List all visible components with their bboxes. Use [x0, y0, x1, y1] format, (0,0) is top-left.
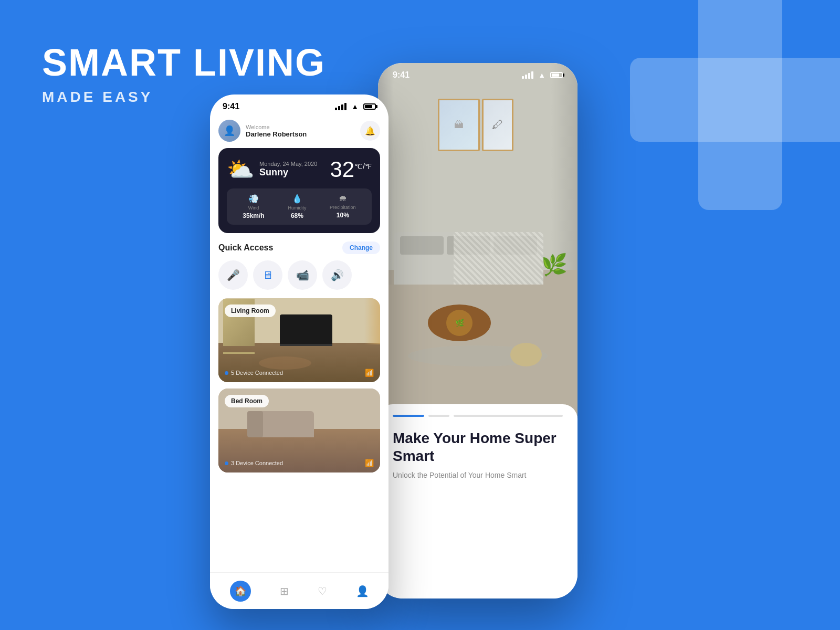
weather-stats: 💨 Wind 35km/h 💧 Humidity 68% 🌧 Precipita…	[227, 188, 372, 225]
home-icon[interactable]: 🏠	[230, 581, 251, 602]
nav-home[interactable]: 🏠	[230, 581, 251, 602]
phones-container: 9:41 ▲ 👤 Welcome	[200, 63, 777, 598]
artwork-1: 🏔	[438, 99, 480, 151]
humidity-stat: 💧 Humidity 68%	[288, 194, 306, 219]
weather-condition: Sunny	[259, 167, 317, 178]
plant: 🌿	[541, 253, 568, 277]
curtain-right	[551, 63, 578, 277]
nav-favorite[interactable]: ♡	[318, 585, 327, 597]
change-button[interactable]: Change	[342, 242, 380, 254]
quick-icons-row: 🎤 🖥 📹 🔊	[218, 260, 380, 290]
signal-icon	[335, 103, 346, 110]
weather-temperature: 32℃/℉	[330, 157, 372, 182]
avatar: 👤	[218, 120, 240, 142]
user-name: Darlene Robertson	[246, 130, 307, 138]
quick-access-title: Quick Access	[218, 243, 273, 253]
bedroom-label: Bed Room	[225, 395, 269, 407]
status-icons-right: ▲	[522, 71, 563, 79]
welcome-text: Welcome	[246, 124, 307, 130]
bottom-card: Make Your Home Super Smart Unlock the Po…	[378, 404, 578, 598]
battery-icon-right	[550, 72, 563, 78]
status-icons-left: ▲	[335, 102, 376, 111]
quick-access-header: Quick Access Change	[218, 242, 380, 254]
wind-stat: 💨 Wind 35km/h	[243, 194, 264, 219]
wifi-icon: ▲	[351, 102, 359, 111]
user-text: Welcome Darlene Robertson	[246, 124, 307, 138]
lamp-button[interactable]: 🖥	[253, 260, 282, 290]
wind-icon: 💨	[248, 194, 259, 204]
nav-profile[interactable]: 👤	[356, 585, 369, 597]
bedroom-footer: 3 Device Connected 📶	[225, 459, 374, 467]
wifi-icon-right: ▲	[538, 71, 545, 79]
living-room-label: Living Room	[225, 304, 276, 317]
user-info: 👤 Welcome Darlene Robertson	[218, 120, 307, 142]
living-room-device-count: 5 Device Connected	[225, 370, 283, 376]
signal-icon-right	[522, 71, 533, 79]
heart-icon: ♡	[318, 585, 327, 597]
progress-segment-1	[393, 415, 424, 417]
humidity-icon: 💧	[292, 194, 302, 204]
weather-card: ⛅ Monday, 24 May, 2020 Sunny 32℃/℉ 💨 Win…	[218, 148, 380, 233]
living-room-footer: 5 Device Connected 📶	[225, 369, 374, 377]
bottom-navigation: 🏠 ⊞ ♡ 👤	[210, 572, 388, 609]
living-room-photo: 🏔 🖊 🌿	[378, 63, 578, 420]
weather-info: Monday, 24 May, 2020 Sunny	[259, 161, 317, 178]
pouf	[510, 343, 542, 366]
status-time-left: 9:41	[223, 102, 239, 111]
progress-segment-2	[428, 415, 449, 417]
phone-header: 👤 Welcome Darlene Robertson 🔔	[218, 116, 380, 148]
phone-left-content: 👤 Welcome Darlene Robertson 🔔 ⛅ Monday, …	[210, 116, 388, 472]
card-title: Make Your Home Super Smart	[393, 429, 563, 465]
card-subtitle: Unlock the Potential of Your Home Smart	[393, 471, 563, 479]
bedroom-card[interactable]: Bed Room 3 Device Connected 📶	[218, 388, 380, 472]
artwork-2: 🖊	[482, 99, 513, 151]
coffee-table: 🌿	[428, 304, 491, 341]
notification-button[interactable]: 🔔	[360, 121, 380, 141]
progress-bar	[393, 415, 563, 417]
volume-button[interactable]: 🔊	[322, 260, 352, 290]
wifi-small-icon: 📶	[365, 369, 374, 377]
bedroom-wifi-icon: 📶	[365, 459, 374, 467]
precipitation-stat: 🌧 Precipitation 10%	[330, 194, 356, 219]
microphone-button[interactable]: 🎤	[218, 260, 248, 290]
battery-icon	[363, 103, 376, 110]
camera-button[interactable]: 📹	[288, 260, 317, 290]
bedroom-device-count: 3 Device Connected	[225, 460, 283, 466]
status-bar-left: 9:41 ▲	[210, 94, 388, 116]
phone-left: 9:41 ▲ 👤 Welcome	[210, 94, 388, 609]
weather-top: ⛅ Monday, 24 May, 2020 Sunny 32℃/℉	[227, 156, 372, 182]
living-room-card[interactable]: Living Room 5 Device Connected 📶	[218, 298, 380, 382]
nav-grid[interactable]: ⊞	[280, 585, 289, 597]
weather-icon-area: ⛅ Monday, 24 May, 2020 Sunny	[227, 156, 317, 182]
precipitation-icon: 🌧	[339, 194, 347, 203]
sofa	[394, 232, 543, 285]
person-icon: 👤	[356, 585, 369, 597]
weather-date: Monday, 24 May, 2020	[259, 161, 317, 167]
status-time-right: 9:41	[393, 70, 410, 80]
phone-right: 9:41 ▲	[378, 63, 578, 598]
status-bar-right: 9:41 ▲	[378, 63, 578, 80]
sofa-room: 🏔 🖊 🌿	[378, 63, 578, 420]
progress-segment-3	[454, 415, 563, 417]
grid-icon: ⊞	[280, 585, 289, 597]
weather-icon: ⛅	[227, 156, 254, 182]
